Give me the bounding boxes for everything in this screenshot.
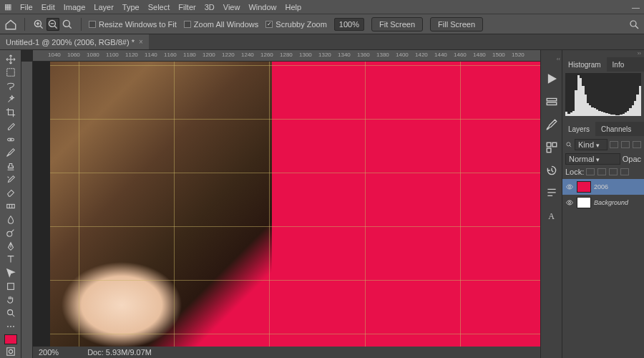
menu-filter[interactable]: Filter — [178, 3, 195, 11]
menu-help[interactable]: Help — [286, 3, 302, 11]
filter-image-icon[interactable] — [610, 141, 618, 148]
foreground-color-swatch[interactable] — [4, 334, 17, 344]
search-icon[interactable] — [628, 19, 640, 30]
wand-tool[interactable] — [2, 93, 19, 106]
menu-layer[interactable]: Layer — [94, 3, 114, 11]
svg-point-7 — [6, 231, 11, 236]
play-icon[interactable] — [545, 72, 558, 85]
menu-select[interactable]: Select — [148, 3, 170, 11]
marquee-tool[interactable] — [2, 67, 19, 79]
timeline-icon[interactable] — [545, 95, 558, 108]
collapse-chevron-icon[interactable]: ›› — [562, 50, 644, 57]
ruler-tick: 1460 — [454, 52, 467, 58]
grid-line — [50, 119, 540, 120]
svg-rect-15 — [552, 142, 557, 147]
minimize-icon[interactable]: — — [632, 3, 640, 11]
svg-rect-13 — [547, 102, 557, 105]
history-icon[interactable] — [545, 164, 558, 177]
svg-rect-8 — [7, 283, 14, 289]
ruler-vertical[interactable] — [21, 62, 33, 358]
paragraph-icon[interactable] — [545, 187, 558, 200]
eyedropper-tool[interactable] — [2, 120, 19, 132]
menu-type[interactable]: Type — [122, 3, 140, 11]
lock-position-icon[interactable] — [609, 168, 618, 175]
eraser-tool[interactable] — [2, 186, 19, 199]
lock-transparency-icon[interactable] — [586, 168, 595, 175]
tab-info[interactable]: Info — [607, 57, 630, 72]
zoom-tool[interactable] — [2, 306, 19, 319]
stamp-tool[interactable] — [2, 160, 19, 173]
svg-rect-12 — [547, 99, 557, 101]
swatches-icon[interactable] — [545, 141, 558, 154]
tab-histogram[interactable]: Histogram — [562, 57, 607, 72]
ruler-tick: 1220 — [222, 52, 235, 58]
zoom-reset-icon[interactable] — [61, 18, 74, 31]
tab-channels[interactable]: Channels — [595, 122, 637, 136]
move-tool[interactable] — [2, 53, 19, 66]
svg-rect-6 — [6, 204, 14, 208]
visibility-icon[interactable] — [565, 183, 574, 191]
menu-3d[interactable]: 3D — [205, 3, 215, 11]
menu-window[interactable]: Window — [248, 3, 276, 11]
path-tool[interactable] — [2, 266, 19, 279]
close-tab-icon[interactable]: × — [139, 38, 143, 46]
document-tab[interactable]: Untitled-1 @ 200% (2006, RGB/8#) * × — [0, 34, 149, 49]
filter-type-icon[interactable] — [633, 141, 641, 148]
canvas-viewport[interactable] — [33, 62, 540, 347]
ruler-tick: 1380 — [376, 52, 389, 58]
histogram-bar — [639, 86, 641, 116]
svg-rect-14 — [547, 142, 551, 147]
brush-panel-icon[interactable] — [545, 118, 558, 131]
ruler-horizontal[interactable]: 0104010601080110011201140116011801200122… — [33, 50, 540, 62]
character-icon[interactable]: A — [545, 210, 558, 223]
layer-thumbnail — [577, 197, 591, 208]
canvas[interactable] — [50, 62, 540, 347]
lock-image-icon[interactable] — [597, 168, 606, 175]
expand-chevron-icon[interactable]: ‹‹ — [557, 56, 560, 62]
quickmask-icon[interactable] — [2, 345, 19, 358]
layer-row[interactable]: 2006 — [562, 179, 644, 195]
status-zoom[interactable]: 200% — [39, 348, 59, 357]
dodge-tool[interactable] — [2, 226, 19, 239]
blend-mode-select[interactable]: Normal ▾ — [565, 153, 620, 165]
filter-kind-select[interactable]: Kind ▾ — [575, 139, 608, 150]
fill-screen-button[interactable]: Fill Screen — [430, 17, 483, 32]
svg-point-18 — [569, 186, 571, 188]
ruler-tick: 1240 — [241, 52, 254, 58]
ruler-tick: 1320 — [318, 52, 331, 58]
home-icon[interactable] — [4, 19, 17, 30]
menu-view[interactable]: View — [223, 3, 240, 11]
grid-line — [50, 334, 540, 334]
menu-edit[interactable]: Edit — [42, 3, 55, 11]
hand-tool[interactable] — [2, 294, 19, 306]
gradient-tool[interactable] — [2, 200, 19, 213]
zoom-value-input[interactable]: 100% — [334, 18, 364, 31]
lasso-tool[interactable] — [2, 79, 19, 92]
filter-adjust-icon[interactable] — [621, 141, 630, 148]
more-icon[interactable]: ⋯ — [2, 320, 19, 333]
ruler-tick: 1440 — [434, 52, 447, 58]
healing-tool[interactable] — [2, 133, 19, 146]
resize-windows-checkbox[interactable]: Resize Windows to Fit — [89, 20, 177, 29]
fit-screen-button[interactable]: Fit Screen — [371, 17, 423, 32]
menu-file[interactable]: File — [20, 3, 33, 11]
ruler-tick: 1200 — [203, 52, 215, 58]
blur-tool[interactable] — [2, 213, 19, 226]
pen-tool[interactable] — [2, 240, 19, 253]
brush-tool[interactable] — [2, 146, 19, 159]
scrubby-zoom-checkbox[interactable]: Scrubby Zoom — [265, 20, 327, 29]
zoom-all-checkbox[interactable]: Zoom All Windows — [184, 20, 258, 29]
shape-tool[interactable] — [2, 280, 19, 293]
layer-row[interactable]: Background — [562, 195, 644, 211]
type-tool[interactable] — [2, 253, 19, 266]
history-brush-tool[interactable] — [2, 173, 19, 186]
crop-tool[interactable] — [2, 107, 19, 120]
lock-label: Lock: — [565, 168, 584, 176]
menu-image[interactable]: Image — [64, 3, 86, 11]
zoom-in-icon[interactable] — [32, 18, 45, 31]
layers-panel-tabs: Layers Channels — [562, 122, 644, 136]
lock-all-icon[interactable] — [620, 168, 629, 175]
zoom-out-icon[interactable] — [47, 18, 59, 31]
tab-layers[interactable]: Layers — [562, 122, 595, 136]
visibility-icon[interactable] — [565, 198, 574, 207]
